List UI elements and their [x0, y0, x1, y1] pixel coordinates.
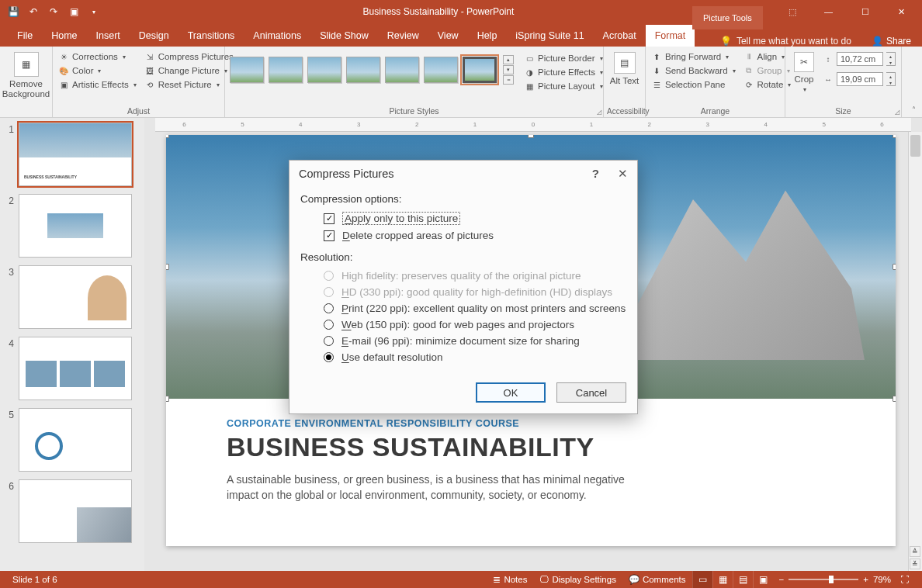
- horizontal-ruler: 6543210123456: [155, 118, 911, 132]
- tab-format[interactable]: Format: [646, 25, 695, 47]
- slide-indicator[interactable]: Slide 1 of 6: [6, 575, 64, 584]
- vertical-scrollbar[interactable]: ≙ ≚: [908, 132, 922, 571]
- width-input-row[interactable]: ↔19,09 cm▴▾: [823, 72, 896, 86]
- tab-ispring[interactable]: iSpring Suite 11: [506, 25, 593, 47]
- slide-thumb-4[interactable]: [19, 337, 132, 400]
- minimize-icon[interactable]: —: [811, 0, 846, 23]
- res-email-radio[interactable]: E-mail (96 ppi): minimize document size …: [300, 333, 626, 349]
- zoom-out-icon[interactable]: −: [779, 575, 785, 584]
- alt-text-button[interactable]: ▤ Alt Text: [608, 50, 642, 86]
- tab-view[interactable]: View: [428, 25, 468, 47]
- tab-slideshow[interactable]: Slide Show: [310, 25, 378, 47]
- undo-icon[interactable]: ↶: [25, 3, 42, 20]
- zoom-thumb[interactable]: [829, 576, 834, 583]
- change-picture-button[interactable]: 🖼Change Picture▾: [142, 64, 236, 77]
- slide-thumb-3[interactable]: [19, 265, 132, 329]
- group-arrange-label: Arrange: [649, 105, 782, 117]
- fit-to-window-icon[interactable]: ⛶: [896, 575, 910, 584]
- tab-transitions[interactable]: Transitions: [179, 25, 244, 47]
- gallery-more-icon[interactable]: ＝: [503, 75, 514, 85]
- styles-dialog-launcher-icon[interactable]: ◿: [597, 109, 601, 116]
- width-input[interactable]: 19,09 cm: [837, 72, 883, 86]
- picture-effects-button[interactable]: ◑Picture Effects▾: [522, 66, 605, 78]
- collapse-ribbon-icon[interactable]: ˄: [912, 105, 916, 114]
- share-button[interactable]: 👤 Share: [861, 36, 922, 47]
- notes-button[interactable]: ≣Notes: [487, 574, 533, 585]
- height-input-row[interactable]: ↕10,72 cm▴▾: [823, 52, 896, 66]
- tab-review[interactable]: Review: [378, 25, 428, 47]
- style-thumb[interactable]: [346, 57, 380, 83]
- help-icon[interactable]: ?: [592, 167, 599, 181]
- style-thumb[interactable]: [269, 57, 303, 83]
- redo-icon[interactable]: ↷: [45, 3, 62, 20]
- gallery-down-icon[interactable]: ▾: [503, 65, 514, 74]
- res-default-radio[interactable]: Use default resolution: [300, 349, 626, 365]
- selection-pane-button[interactable]: ☰Selection Pane: [649, 78, 738, 91]
- tab-help[interactable]: Help: [468, 25, 507, 47]
- res-web-radio[interactable]: Web (150 ppi): good for web pages and pr…: [300, 316, 626, 333]
- rotate-icon: ⟳: [743, 79, 754, 90]
- slideshow-view-icon[interactable]: ▣: [753, 571, 773, 588]
- picture-border-button[interactable]: ▭Picture Border▾: [522, 52, 605, 64]
- reset-picture-button[interactable]: ⟲Reset Picture▾: [142, 78, 236, 91]
- tab-insert[interactable]: Insert: [87, 25, 130, 47]
- next-slide-icon[interactable]: ≚: [910, 559, 920, 569]
- apply-only-checkbox[interactable]: ✓ Apply only to this picture: [300, 209, 626, 227]
- normal-view-icon[interactable]: ▭: [692, 571, 712, 588]
- artistic-effects-button[interactable]: ▣Artistic Effects▾: [56, 78, 139, 91]
- zoom-in-icon[interactable]: +: [863, 575, 868, 584]
- zoom-level[interactable]: 79%: [873, 575, 891, 584]
- align-icon: ⫴: [743, 51, 754, 62]
- res-print-radio[interactable]: Print (220 ppi): excellent quality on mo…: [300, 300, 626, 316]
- crop-button[interactable]: ✂ Crop▾: [789, 50, 820, 93]
- qat-customize-icon[interactable]: ▾: [85, 3, 102, 20]
- gallery-up-icon[interactable]: ▴: [503, 55, 514, 64]
- scroll-thumb[interactable]: [910, 135, 920, 157]
- dialog-title: Compress Pictures: [299, 168, 393, 180]
- save-icon[interactable]: 💾: [5, 3, 22, 20]
- tell-me-search[interactable]: 💡 Tell me what you want to do: [711, 36, 861, 47]
- dialog-close-icon[interactable]: ✕: [618, 167, 628, 181]
- size-dialog-launcher-icon[interactable]: ◿: [895, 109, 899, 116]
- send-backward-button[interactable]: ⬇Send Backward▾: [649, 64, 738, 77]
- tab-design[interactable]: Design: [130, 25, 179, 47]
- tab-animations[interactable]: Animations: [244, 25, 310, 47]
- bring-forward-button[interactable]: ⬆Bring Forward▾: [649, 50, 738, 63]
- sorter-view-icon[interactable]: ▦: [712, 571, 733, 588]
- ok-button[interactable]: OK: [476, 382, 546, 403]
- ribbon-display-options-icon[interactable]: ⬚: [775, 0, 809, 23]
- picture-layout-button[interactable]: ▦Picture Layout▾: [522, 80, 605, 92]
- tab-acrobat[interactable]: Acrobat: [594, 25, 646, 47]
- checkbox-checked-icon: ✓: [324, 230, 334, 241]
- delete-cropped-checkbox[interactable]: ✓ Delete cropped areas of pictures: [300, 227, 626, 244]
- start-from-beginning-icon[interactable]: ▣: [65, 3, 82, 20]
- tab-home[interactable]: Home: [42, 25, 86, 47]
- height-input[interactable]: 10,72 cm: [837, 52, 883, 66]
- corrections-button[interactable]: ☀Corrections▾: [56, 50, 139, 63]
- radio-icon: [324, 336, 334, 346]
- slide-thumb-2[interactable]: [19, 194, 132, 258]
- slide-thumb-6[interactable]: [19, 479, 132, 543]
- color-button[interactable]: 🎨Color▾: [56, 64, 139, 77]
- slide-thumb-1[interactable]: BUSINESS SUSTAINABILITY: [19, 123, 132, 186]
- cancel-button[interactable]: Cancel: [556, 382, 626, 403]
- style-thumb[interactable]: [424, 57, 458, 83]
- style-thumb[interactable]: [385, 57, 419, 83]
- compress-pictures-button[interactable]: ⇲Compress Pictures: [142, 50, 236, 63]
- tab-file[interactable]: File: [8, 25, 42, 47]
- remove-background-button[interactable]: ▦ Remove Background: [2, 50, 50, 99]
- maximize-icon[interactable]: ☐: [847, 0, 882, 23]
- style-thumb[interactable]: [307, 57, 341, 83]
- slide-thumbnail-pane[interactable]: 1BUSINESS SUSTAINABILITY 2 3 4 5 6: [0, 118, 144, 571]
- close-icon[interactable]: ✕: [884, 0, 919, 23]
- reading-view-icon[interactable]: ▤: [733, 571, 753, 588]
- zoom-slider[interactable]: − + 79% ⛶: [773, 575, 916, 584]
- style-thumb[interactable]: [230, 57, 264, 83]
- prev-slide-icon[interactable]: ≙: [910, 546, 920, 557]
- alt-text-icon: ▤: [614, 52, 636, 74]
- style-thumb-selected[interactable]: [463, 57, 497, 83]
- display-settings-button[interactable]: 🖵Display Settings: [533, 575, 622, 584]
- comments-button[interactable]: 💬Comments: [622, 574, 692, 585]
- picture-styles-gallery[interactable]: ▴ ▾ ＝: [228, 50, 515, 85]
- slide-thumb-5[interactable]: [19, 408, 132, 472]
